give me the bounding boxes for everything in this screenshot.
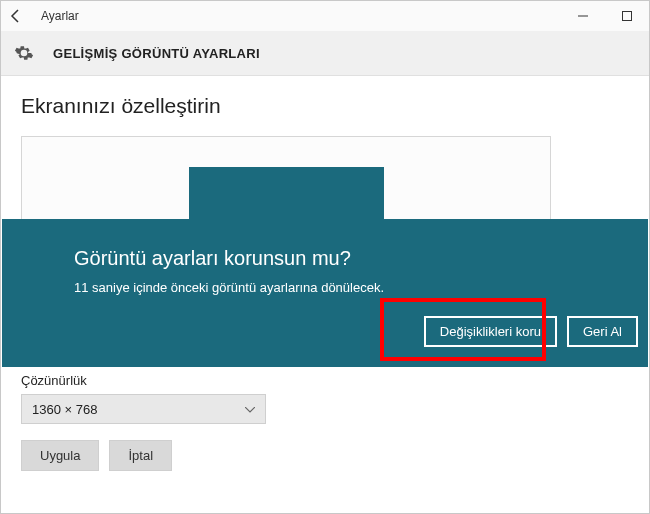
back-button[interactable] — [1, 1, 31, 31]
resolution-value: 1360 × 768 — [32, 402, 97, 417]
dialog-title: Görüntü ayarları korunsun mu? — [74, 247, 648, 270]
window-controls — [561, 1, 649, 31]
keep-changes-button[interactable]: Değişiklikleri koru — [424, 316, 557, 347]
page-header: GELİŞMİŞ GÖRÜNTÜ AYARLARI — [1, 31, 649, 76]
maximize-button[interactable] — [605, 1, 649, 31]
dialog-message: 11 saniye içinde önceki görüntü ayarları… — [74, 280, 648, 295]
apply-button[interactable]: Uygula — [21, 440, 99, 471]
action-buttons: Uygula İptal — [21, 440, 629, 471]
section-title: Ekranınızı özelleştirin — [21, 94, 629, 118]
svg-rect-1 — [623, 12, 632, 21]
resolution-label: Çözünürlük — [21, 373, 629, 388]
title-bar: Ayarlar — [1, 1, 649, 31]
dialog-buttons: Değişiklikleri koru Geri Al — [424, 316, 638, 347]
chevron-down-icon — [245, 403, 255, 415]
settings-window: Ayarlar GELİŞMİŞ GÖRÜNTÜ AYARLARI Ekranı… — [0, 0, 650, 514]
cancel-button[interactable]: İptal — [109, 440, 172, 471]
revert-button[interactable]: Geri Al — [567, 316, 638, 347]
minimize-button[interactable] — [561, 1, 605, 31]
page-title: GELİŞMİŞ GÖRÜNTÜ AYARLARI — [53, 46, 260, 61]
gear-icon — [13, 42, 35, 64]
resolution-select[interactable]: 1360 × 768 — [21, 394, 266, 424]
confirm-dialog: Görüntü ayarları korunsun mu? 11 saniye … — [2, 219, 648, 367]
window-title: Ayarlar — [41, 9, 79, 23]
